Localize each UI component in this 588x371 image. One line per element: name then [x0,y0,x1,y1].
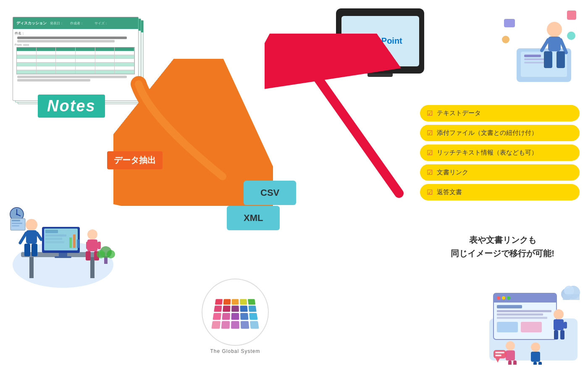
svg-point-69 [554,309,564,319]
feature-item-4: ☑ 返答文書 [420,184,580,200]
summary-line1: 表や文書リンクも [451,233,554,247]
svg-rect-19 [29,257,34,278]
svg-rect-33 [24,244,30,256]
svg-point-7 [547,22,562,37]
person-svg [500,6,580,90]
svg-rect-37 [86,242,89,249]
svg-rect-34 [32,244,37,256]
logo-color-cell [249,313,257,319]
bottom-right-illustration [485,285,582,365]
svg-rect-86 [563,294,580,300]
svg-rect-42 [73,234,76,248]
svg-rect-23 [45,230,58,233]
logo-color-cell [231,299,239,304]
svg-rect-65 [497,313,543,316]
feature-text-3: 文書リンク [437,168,468,176]
svg-point-62 [507,296,510,300]
svg-rect-24 [45,234,66,237]
svg-rect-6 [524,62,545,63]
feature-item-0: ☑ テキストデータ [420,105,580,121]
svg-rect-28 [55,256,71,258]
feature-text-2: リッチテキスト情報（表なども可） [437,149,538,157]
logo-color-cell [250,321,259,329]
svg-rect-12 [556,51,565,68]
logo-color-grid [211,299,259,329]
svg-point-75 [506,341,515,350]
logo-color-cell [240,299,247,304]
feature-list: ☑ テキストデータ ☑ 添付ファイル（文書との紐付け付） ☑ リッチテキスト情報… [420,105,580,204]
svg-line-32 [37,233,41,239]
people-illustration [8,197,118,290]
feature-text-0: テキストデータ [437,109,481,117]
summary-line2: 同じイメージで移行が可能! [451,247,554,260]
svg-rect-74 [560,330,564,339]
svg-rect-67 [497,322,518,332]
svg-point-60 [497,296,500,300]
svg-rect-8 [548,37,561,51]
svg-rect-13 [504,19,515,27]
logo-color-cell [223,305,230,312]
svg-rect-63 [497,305,522,308]
svg-point-29 [26,219,37,231]
svg-rect-43 [77,239,79,248]
logo-color-cell [240,305,247,312]
svg-rect-77 [508,360,512,365]
svg-point-15 [567,32,575,40]
logo-color-cell [214,305,222,312]
logo-color-cell [221,321,230,329]
svg-rect-51 [12,225,19,226]
svg-rect-87 [494,350,506,358]
logo-color-cell [211,321,220,329]
svg-rect-20 [90,257,94,278]
logo-color-cell [231,305,239,312]
svg-rect-72 [564,322,567,329]
svg-point-55 [107,250,115,258]
people-svg [8,197,118,290]
feature-item-3: ☑ 文書リンク [420,164,580,181]
svg-rect-39 [86,251,91,260]
summary-text: 表や文書リンクも 同じイメージで移行が可能! [451,233,554,260]
svg-rect-11 [544,51,552,68]
logo-color-cell [213,313,221,319]
svg-line-31 [20,233,26,243]
notes-label: Notes [38,95,105,118]
logo-color-cell [248,305,256,312]
svg-rect-30 [26,230,37,244]
svg-point-54 [97,250,105,258]
person-illustration-right [500,6,580,90]
red-arrow-icon [265,34,433,210]
svg-rect-78 [513,360,517,365]
svg-rect-80 [531,352,540,362]
global-system-label: The Global System [202,348,269,354]
svg-point-35 [87,229,97,239]
svg-rect-76 [506,350,515,360]
svg-point-61 [502,296,505,300]
svg-rect-27 [59,253,67,256]
logo-color-cell [241,321,249,329]
logo-color-cell [231,313,239,319]
svg-rect-90 [495,355,501,356]
svg-rect-14 [567,11,576,20]
svg-rect-25 [45,238,62,240]
logo-color-cell [240,313,248,319]
logo-circle [202,279,269,346]
svg-rect-38 [97,242,101,249]
svg-rect-81 [533,362,537,365]
logo-color-cell [215,299,223,304]
svg-rect-59 [494,299,556,303]
bottom-right-svg [485,285,582,365]
svg-rect-66 [497,317,547,319]
svg-rect-68 [521,322,542,332]
svg-rect-16 [502,36,509,43]
logo-color-cell [231,321,239,329]
feature-text-4: 返答文書 [437,188,462,196]
svg-rect-71 [554,322,557,329]
feature-item-2: ☑ リッチテキスト情報（表なども可） [420,145,580,161]
svg-point-79 [531,342,540,352]
svg-rect-26 [45,241,64,243]
svg-rect-49 [12,220,20,221]
feature-item-1: ☑ 添付ファイル（文書との紐付け付） [420,125,580,141]
svg-rect-50 [12,223,22,224]
logo-color-cell [248,299,255,304]
global-system-logo: The Global System [202,279,269,354]
